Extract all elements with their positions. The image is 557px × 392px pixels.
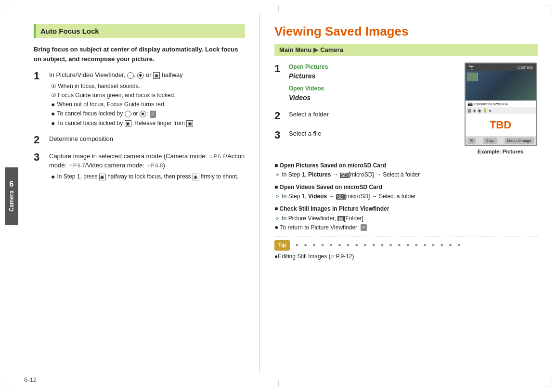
- step-3-number: 3: [34, 152, 44, 163]
- corner-mark-tl: [5, 5, 14, 14]
- cancel-sq-icon: ▣: [125, 120, 131, 127]
- right-steps-area: 1 Open Pictures Pictures Open Videos Vid…: [274, 63, 538, 154]
- tip-box: Tip ● ● ● ● ● ● ● ● ● ● ● ● ● ● ● ● ● ● …: [274, 237, 538, 261]
- bottom-center-mark: [278, 380, 279, 387]
- step-1-subnotes: ① When in focus, handset sounds. ② Focus…: [49, 82, 245, 128]
- right-section-title: Viewing Saved Images: [274, 24, 538, 39]
- right-step-2-number: 2: [274, 110, 284, 122]
- pictures-label: Pictures: [289, 71, 455, 81]
- left-step-3: 3 Capture image in selected camera mode …: [34, 152, 245, 182]
- note-2-microsd-icon: SD: [336, 194, 345, 200]
- shortcut-key-icon: ⊙: [150, 111, 156, 118]
- left-step-1: 1 In Picture/Video Viewfinder, , ✱ or ▣ …: [34, 70, 245, 128]
- main-content: Auto Focus Lock Bring focus on subject a…: [24, 14, 547, 373]
- return-key-icon: ⊙: [361, 224, 367, 231]
- cam-image-area: [466, 71, 536, 101]
- tip-label: Tip: [274, 240, 290, 251]
- right-step-2-text: Select a folder: [289, 111, 329, 118]
- right-step-3-text: Select a file: [289, 130, 321, 137]
- press-sq-icon: ▣: [99, 174, 106, 180]
- right-step-3: 3 Select a file: [274, 129, 455, 141]
- breadcrumb-item: Camera: [320, 46, 343, 53]
- left-step-2: 2 Determine composition: [34, 134, 245, 146]
- subnote-2: ② Focus Guide turns green, and focus is …: [51, 91, 245, 100]
- chapter-tab: 6 Camera: [5, 167, 18, 225]
- step-2-number: 2: [34, 134, 44, 146]
- subnote-4: ●To cancel focus locked by or ✱: ⊙: [51, 109, 245, 119]
- chapter-number: 6: [10, 180, 14, 189]
- cam-tbd-label: TBD: [466, 114, 536, 136]
- note-2-arrow: ＞: [274, 193, 280, 200]
- note-2-text: ＞ In Step 1, Videos → SD[microSD] → Sele…: [274, 192, 538, 201]
- right-step-2-content: Select a folder: [289, 110, 455, 119]
- note-3-heading: ■ Check Still Images in Picture Viewfind…: [274, 204, 538, 214]
- left-heading-text: Auto Focus Lock: [40, 27, 99, 35]
- breadcrumb-bar: Main Menu ▶ Camera: [274, 44, 538, 56]
- note-3-folder-icon: ▦: [337, 216, 344, 221]
- right-step-1: 1 Open Pictures Pictures Open Videos Vid…: [274, 63, 455, 103]
- step-1-text: In Picture/Video Viewfinder, , ✱ or ▣ ha…: [49, 71, 183, 78]
- camera-caption: Example: Pictures: [478, 149, 523, 154]
- step-2-text: Determine composition: [49, 135, 113, 142]
- corner-mark-br: [543, 378, 552, 387]
- cam-btn-left: ✉: [467, 138, 476, 144]
- press-sq2-icon: ▣: [193, 174, 199, 180]
- cam-bottom-buttons: ✉ Disp. Menu Change: [466, 136, 536, 145]
- right-step-2: 2 Select a folder: [274, 110, 455, 122]
- focus-circle-icon: [127, 72, 134, 79]
- chapter-label: Camera: [8, 190, 15, 212]
- right-step-1-number: 1: [274, 63, 284, 75]
- cam-btn-right: Menu Change: [505, 138, 533, 144]
- page-number: 6-12: [24, 376, 37, 383]
- cam-top-bar: 📷 Camera: [466, 63, 536, 71]
- note-block-1: ■ Open Pictures Saved on microSD Card ＞ …: [274, 161, 538, 179]
- step-3-content: Capture image in selected camera mode (C…: [49, 152, 245, 182]
- note-1-bold: Pictures: [308, 171, 331, 178]
- note-1-heading: ■ Open Pictures Saved on microSD Card: [274, 161, 538, 170]
- note-1-microsd-icon: SD: [340, 173, 349, 178]
- note-1-arrow: ＞: [274, 171, 280, 178]
- subnote-5: ●To cancel focus locked by ▣: Release fi…: [51, 119, 245, 128]
- step-2-content: Determine composition: [49, 134, 245, 144]
- note-3-arrow: ＞: [274, 215, 280, 222]
- top-center-mark: [278, 5, 279, 12]
- cam-icon-small: 📷: [468, 64, 474, 70]
- tip-dots: ● ● ● ● ● ● ● ● ● ● ● ● ● ● ● ● ● ● ● ●: [296, 242, 463, 248]
- left-section-heading: Auto Focus Lock: [34, 24, 245, 38]
- right-step-1-content: Open Pictures Pictures Open Videos Video…: [289, 63, 455, 103]
- notes-section: ■ Open Pictures Saved on microSD Card ＞ …: [274, 161, 538, 261]
- cam-photo-icon: 📷: [467, 101, 473, 106]
- note-2-bold: Videos: [308, 193, 327, 200]
- note-1-text: ＞ In Step 1, Pictures → SD[microSD] → Se…: [274, 170, 538, 179]
- note-block-2: ■ Open Videos Saved on microSD Card ＞ In…: [274, 183, 538, 201]
- note-block-3: ■ Check Still Images in Picture Viewfind…: [274, 204, 538, 232]
- subnote-3: ●When out of focus, Focus Guide turns re…: [51, 100, 245, 110]
- note-3-text: ＞ In Picture Viewfinder, ▦[Folder]: [274, 214, 538, 223]
- step-3-subnote-1: ●In Step 1, press ▣ halfway to lock focu…: [51, 172, 245, 182]
- breadcrumb-prefix: Main Menu: [279, 46, 311, 53]
- right-step-3-number: 3: [274, 129, 284, 141]
- cam-icon-row: ▦ ◈ ◉ 🔋 ●: [466, 107, 536, 114]
- note-3-sub: ● To return to Picture Viewfinder: ⊙: [274, 223, 538, 232]
- step-3-subnotes: ●In Step 1, press ▣ halfway to lock focu…: [49, 172, 245, 182]
- open-pictures-label: Open Pictures: [289, 63, 455, 71]
- step-3-text: Capture image in selected camera mode (C…: [49, 152, 245, 169]
- cancel-circle-icon: [125, 111, 131, 117]
- release-sq-icon: ▣: [186, 120, 193, 127]
- intro-text: Bring focus on subject at center of disp…: [34, 45, 245, 63]
- right-steps-list: 1 Open Pictures Pictures Open Videos Vid…: [274, 63, 455, 154]
- breadcrumb-arrow-icon: ▶: [313, 46, 318, 53]
- cam-square-icon: ▣: [153, 72, 160, 79]
- cancel-asterisk-icon: ✱: [140, 111, 146, 117]
- right-step-3-content: Select a file: [289, 129, 455, 139]
- tip-text: ●Editing Still Images (☞P.9-12): [274, 252, 538, 261]
- corner-mark-tr: [543, 5, 552, 14]
- cam-top-label: Camera: [517, 65, 532, 70]
- step-1-content: In Picture/Video Viewfinder, , ✱ or ▣ ha…: [49, 70, 245, 128]
- subnote-1: ① When in focus, handset sounds.: [51, 82, 245, 91]
- cam-mode-icons: ▦ ◈ ◉ 🔋 ●: [467, 108, 492, 113]
- right-column: Viewing Saved Images Main Menu ▶ Camera …: [260, 14, 547, 373]
- videos-label: Videos: [289, 93, 455, 103]
- cam-btn-center: Disp.: [483, 138, 497, 144]
- corner-mark-bl: [5, 378, 14, 387]
